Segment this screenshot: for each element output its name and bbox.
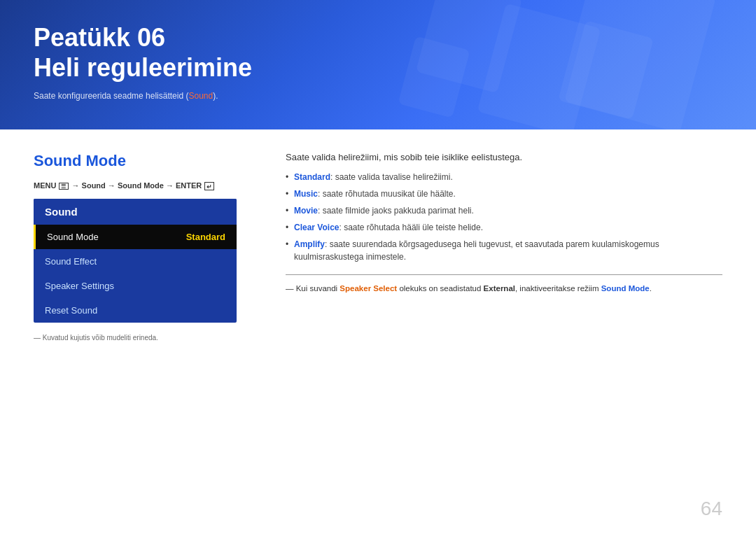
kw-clear-voice: Clear Voice [294, 223, 339, 232]
list-item-standard: Standard: saate valida tavalise helireži… [286, 171, 722, 183]
movie-text: : saate filmide jaoks pakkuda parimat he… [318, 206, 474, 216]
list-item-movie: Movie: saate filmide jaoks pakkuda parim… [286, 204, 722, 217]
clear-voice-text: : saate rõhutada hääli üle teiste helide… [339, 223, 482, 232]
header-description: Saate konfigureerida seadme helisätteid … [34, 91, 722, 101]
kw-standard: Standard [294, 172, 330, 182]
reset-sound-label: Reset Sound [45, 305, 97, 316]
section-title: Sound Mode [34, 152, 258, 170]
amplify-text: : saate suurendada kõrgsagedusega heli t… [294, 239, 659, 262]
sound-mode-value: Standard [186, 232, 225, 242]
tv-menu: Sound Sound Mode Standard Sound Effect S… [34, 199, 237, 323]
sound-mode-label: Sound Mode [47, 232, 99, 242]
menu-item-reset-sound[interactable]: Reset Sound [34, 298, 237, 323]
note-kw3: Sound Mode [601, 284, 650, 293]
note-prefix: — Kui suvandi [286, 284, 340, 293]
main-content: Sound Mode MENU ☰ → Sound → Sound Mode →… [0, 129, 756, 364]
right-intro: Saate valida helirežiimi, mis sobib teie… [286, 152, 722, 162]
header-desc-end: ). [213, 91, 218, 101]
speaker-settings-label: Speaker Settings [45, 281, 114, 291]
note-mid2: , inaktiveeritakse režiim [515, 284, 601, 293]
note-kw2: External [484, 284, 515, 293]
footnote: — Kuvatud kujutis võib mudeliti erineda. [34, 334, 258, 342]
kw-movie: Movie [294, 206, 318, 216]
right-panel: Saate valida helirežiimi, mis sobib teie… [286, 152, 722, 342]
note-suffix: . [650, 284, 652, 293]
menu-item-speaker-settings[interactable]: Speaker Settings [34, 274, 237, 298]
note-mid: olekuks on seadistatud [397, 284, 483, 293]
chapter-label: Peatükk 06 [34, 22, 722, 52]
menu-item-sound-mode[interactable]: Sound Mode Standard [34, 225, 237, 249]
bullet-list: Standard: saate valida tavalise helireži… [286, 171, 722, 263]
music-text: : saate rõhutada muusikat üle häälte. [318, 189, 456, 199]
sound-effect-label: Sound Effect [45, 256, 97, 267]
header-desc-text: Saate konfigureerida seadme helisätteid … [34, 91, 188, 101]
kw-music: Music [294, 189, 318, 199]
standard-text: : saate valida tavalise helirežiimi. [330, 172, 453, 182]
list-item-amplify: Amplify: saate suurendada kõrgsagedusega… [286, 238, 722, 263]
note-kw1: Speaker Select [340, 284, 397, 293]
tv-menu-header: Sound [34, 199, 237, 225]
header-link[interactable]: Sound [188, 91, 213, 101]
menu-item-sound-effect[interactable]: Sound Effect [34, 249, 237, 274]
left-panel: Sound Mode MENU ☰ → Sound → Sound Mode →… [34, 152, 258, 342]
page-number: 64 [701, 498, 722, 520]
note-line: — Kui suvandi Speaker Select olekuks on … [286, 274, 722, 295]
page-title: Heli reguleerimine [34, 52, 722, 83]
list-item-clear-voice: Clear Voice: saate rõhutada hääli üle te… [286, 221, 722, 234]
page-header: Peatükk 06 Heli reguleerimine Saate konf… [0, 0, 756, 129]
menu-path: MENU ☰ → Sound → Sound Mode → ENTER ↵ [34, 181, 258, 190]
list-item-music: Music: saate rõhutada muusikat üle häält… [286, 188, 722, 200]
kw-amplify: Amplify [294, 239, 325, 249]
